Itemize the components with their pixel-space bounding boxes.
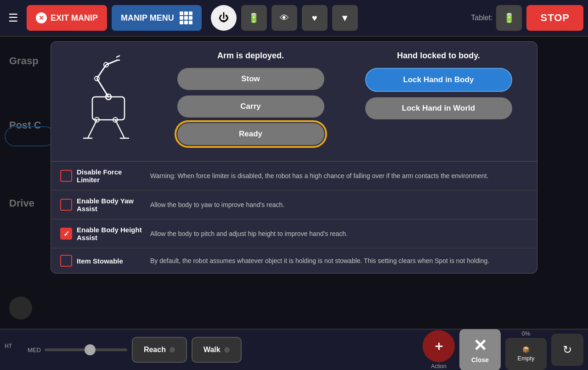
- percent-label: 0%: [522, 330, 531, 337]
- force-limiter-description: Warning: When force limiter is disabled,…: [150, 172, 528, 179]
- slider-label: MED: [28, 347, 41, 353]
- hamburger-button[interactable]: ☰: [5, 8, 22, 28]
- option-row-item-stowable: Item Stowable By default, the robot assu…: [51, 248, 537, 273]
- heart-button[interactable]: ♥: [302, 5, 328, 31]
- robot-illustration: [60, 51, 152, 152]
- option-row-height-assist: Enable Body Height Assist Allow the body…: [51, 219, 537, 248]
- battery-icon: 🔋: [248, 12, 260, 23]
- svg-rect-0: [92, 97, 124, 120]
- svg-line-10: [115, 120, 124, 138]
- ready-label: Ready: [239, 129, 262, 138]
- power-button[interactable]: ⏻: [211, 5, 237, 31]
- action-button[interactable]: ＋: [423, 330, 455, 362]
- lock-hand-body-button[interactable]: Lock Hand in Body: [365, 68, 512, 92]
- lock-hand-body-label: Lock Hand in Body: [403, 75, 474, 84]
- close-label: Close: [471, 356, 489, 364]
- modal-right-section: Hand locked to body. Lock Hand in Body L…: [349, 51, 528, 152]
- walk-dot: [224, 347, 230, 353]
- yaw-assist-label: Enable Body Yaw Assist: [77, 197, 143, 213]
- exit-manip-button[interactable]: ✕ EXIT MANIP: [27, 5, 107, 31]
- stow-label: Stow: [241, 74, 260, 83]
- empty-icon: 📦: [522, 346, 530, 353]
- plus-icon: ＋: [432, 337, 445, 355]
- grid-icon: [180, 11, 192, 24]
- force-limiter-checkbox-container: Disable Force Limiter: [60, 168, 143, 184]
- action-label: Action: [431, 363, 446, 370]
- slider-area: MED: [28, 347, 127, 353]
- tablet-battery-button[interactable]: 🔋: [496, 5, 522, 31]
- option-row-force-limiter: Disable Force Limiter Warning: When forc…: [51, 162, 537, 191]
- hamburger-icon: ☰: [8, 11, 18, 24]
- close-area: ✕ Close: [459, 329, 501, 370]
- hand-status-text: Hand locked to body.: [397, 51, 480, 61]
- yaw-assist-checkbox[interactable]: [60, 199, 72, 211]
- exit-x-icon: ✕: [36, 12, 47, 23]
- modal-dialog: Arm is deployed. Stow Carry Ready Hand l…: [51, 41, 537, 274]
- manip-menu-button[interactable]: MANIP MENU: [112, 5, 202, 31]
- carry-button[interactable]: Carry: [177, 95, 324, 118]
- reach-button[interactable]: Reach: [132, 337, 187, 363]
- modal-overlay: Arm is deployed. Stow Carry Ready Hand l…: [0, 37, 588, 370]
- signal-icon: ▼: [340, 13, 350, 23]
- stop-label: STOP: [540, 12, 570, 23]
- eye-button[interactable]: 👁: [271, 5, 297, 31]
- empty-label: Empty: [518, 355, 535, 362]
- slider-track[interactable]: [45, 348, 127, 351]
- height-assist-checkbox-container: Enable Body Height Assist: [60, 226, 143, 241]
- ht-label: HT: [5, 343, 12, 349]
- close-button[interactable]: ✕ Close: [459, 329, 501, 370]
- top-bar: ☰ ✕ EXIT MANIP MANIP MENU ⏻ 🔋 👁 ♥ ▼ Tabl…: [0, 0, 588, 37]
- stow-button[interactable]: Stow: [177, 68, 324, 90]
- robot-arm-svg: [65, 51, 147, 152]
- bottom-bar: HT MED Reach Walk ＋ Action ✕ Close: [0, 329, 588, 370]
- close-x-icon: ✕: [473, 336, 487, 355]
- yaw-assist-checkbox-container: Enable Body Yaw Assist: [60, 197, 143, 213]
- lock-hand-world-button[interactable]: Lock Hand in World: [365, 97, 512, 119]
- tablet-battery-icon: 🔋: [503, 12, 515, 23]
- svg-line-9: [88, 120, 97, 138]
- force-limiter-label: Disable Force Limiter: [77, 168, 143, 184]
- main-content: Grasp Post C Drive: [0, 37, 588, 370]
- action-area: ＋ Action: [423, 330, 455, 370]
- percent-area: 0% 📦 Empty: [505, 330, 547, 370]
- height-assist-checkbox[interactable]: [60, 228, 72, 240]
- eye-icon: 👁: [280, 13, 289, 23]
- force-limiter-checkbox[interactable]: [60, 170, 72, 182]
- stop-button[interactable]: STOP: [526, 5, 583, 31]
- height-assist-description: Allow the body to pitch and adjust hip h…: [150, 230, 528, 237]
- walk-button[interactable]: Walk: [192, 337, 242, 363]
- lock-hand-world-label: Lock Hand in World: [402, 104, 475, 112]
- option-row-yaw-assist: Enable Body Yaw Assist Allow the body to…: [51, 191, 537, 219]
- empty-button[interactable]: 📦 Empty: [505, 338, 547, 370]
- carry-label: Carry: [240, 102, 260, 111]
- modal-top-section: Arm is deployed. Stow Carry Ready Hand l…: [51, 42, 537, 162]
- ready-button[interactable]: Ready: [177, 123, 324, 145]
- signal-button[interactable]: ▼: [332, 5, 358, 31]
- item-stowable-checkbox-container: Item Stowable: [60, 255, 143, 267]
- power-icon: ⏻: [219, 12, 229, 24]
- svg-line-7: [116, 56, 120, 57]
- reach-label: Reach: [144, 346, 166, 354]
- item-stowable-description: By default, the robot assumes whatever o…: [150, 257, 528, 264]
- reach-dot: [170, 347, 175, 353]
- exit-manip-label: EXIT MANIP: [51, 13, 98, 23]
- yaw-assist-description: Allow the body to yaw to improve hand's …: [150, 201, 528, 208]
- refresh-button[interactable]: ↻: [551, 334, 583, 366]
- battery-button[interactable]: 🔋: [241, 5, 267, 31]
- heart-icon: ♥: [312, 13, 317, 23]
- manip-menu-label: MANIP MENU: [121, 13, 174, 23]
- refresh-icon: ↻: [563, 343, 572, 356]
- item-stowable-checkbox[interactable]: [60, 255, 72, 267]
- slider-thumb[interactable]: [85, 344, 96, 355]
- tablet-label: Tablet:: [471, 14, 492, 22]
- arm-status-text: Arm is deployed.: [217, 51, 284, 61]
- item-stowable-label: Item Stowable: [77, 257, 123, 265]
- modal-options-section: Disable Force Limiter Warning: When forc…: [51, 162, 537, 273]
- tablet-area: Tablet: 🔋: [471, 5, 522, 31]
- modal-center-section: Arm is deployed. Stow Carry Ready: [161, 51, 340, 152]
- walk-label: Walk: [204, 346, 220, 354]
- height-assist-label: Enable Body Height Assist: [77, 226, 143, 241]
